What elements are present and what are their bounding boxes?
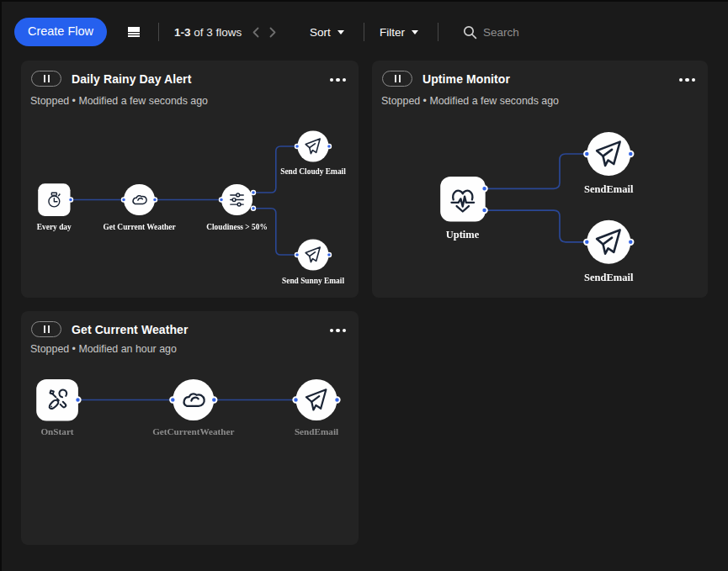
svg-text:Send Cloudy Email: Send Cloudy Email xyxy=(280,167,346,176)
svg-text:Every day: Every day xyxy=(37,223,72,231)
svg-text:Uptime: Uptime xyxy=(446,229,480,241)
svg-text:OnStart: OnStart xyxy=(40,426,73,436)
svg-text:SendEmail: SendEmail xyxy=(295,426,338,436)
svg-text:SendEmail: SendEmail xyxy=(584,183,634,195)
svg-text:Send Sunny Email: Send Sunny Email xyxy=(282,277,344,285)
svg-text:SendEmail: SendEmail xyxy=(584,272,634,283)
svg-text:Get Current Weather: Get Current Weather xyxy=(103,223,175,231)
svg-text:Cloudiness > 50%: Cloudiness > 50% xyxy=(206,223,268,231)
svg-text:GetCurrentWeather: GetCurrentWeather xyxy=(152,426,234,436)
